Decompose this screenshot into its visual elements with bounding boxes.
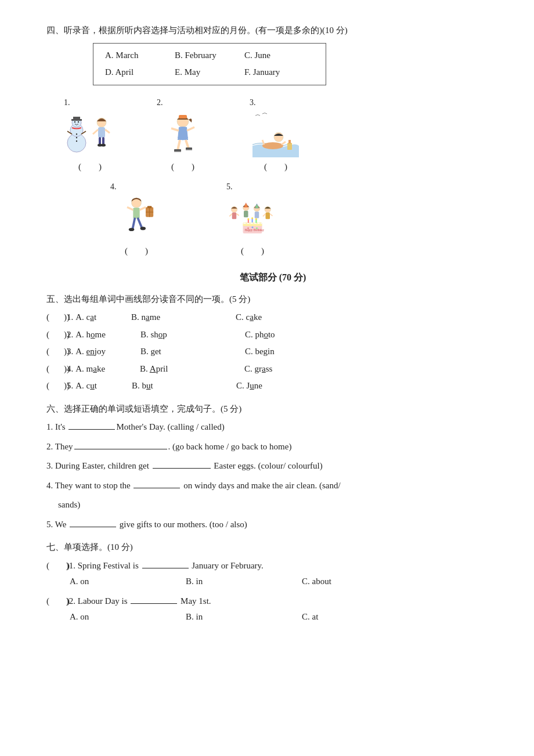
img-illus-3: [250, 111, 302, 157]
underline: a: [90, 312, 94, 322]
img-item-4: 4.: [110, 180, 163, 258]
blank: [134, 488, 180, 488]
section5-item5: ( ) )5. A. cut B. but C. June: [46, 379, 499, 394]
option-c-text: C. photo: [245, 327, 275, 343]
section4: 四、听录音，根据所听内容选择与活动相对应的月份。(有一项是多余的)(10 分) …: [46, 23, 499, 259]
option-e: E. May: [175, 64, 244, 81]
svg-line-22: [105, 129, 110, 133]
option-c: C. June: [244, 47, 314, 64]
section5-item2: ( ) )2. A. home B. shop C. photo: [46, 327, 499, 343]
option-c-text: C. begin: [245, 344, 275, 359]
section6-item2: 2. They. (go back home / go back to home…: [46, 440, 499, 455]
answer-blank-5: ( ): [241, 244, 264, 259]
underline: A: [150, 364, 156, 373]
answer-blank-1: ( ): [78, 160, 102, 175]
answer-blank-4: ( ): [125, 244, 148, 259]
svg-text:Happy Birthday: Happy Birthday: [245, 228, 265, 232]
svg-line-35: [262, 140, 264, 145]
section7-title: 七、单项选择。(10 分): [46, 540, 499, 555]
svg-line-53: [229, 214, 232, 217]
svg-point-72: [255, 218, 257, 220]
option-c: C. about: [302, 574, 418, 589]
option-f: F. January: [244, 64, 314, 81]
svg-point-9: [77, 124, 78, 125]
section7-item2: ( ) )2. Labour Day is May 1st. A. on B. …: [46, 594, 499, 625]
item-num: )4.: [64, 362, 73, 377]
svg-rect-59: [255, 211, 259, 218]
writing-section-title: 笔试部分 (70 分): [46, 269, 499, 285]
img-item-3: 3.: [250, 96, 302, 174]
section5: 五、选出每组单词中画线部分读音不同的一项。(5 分) ( ) )1. A. ca…: [46, 292, 499, 394]
section6-item1: 1. It's Mother's Day. (calling / called): [46, 420, 499, 435]
section7-stem1: ( ) )1. Spring Festival is January or Fe…: [46, 559, 499, 574]
section5-title: 五、选出每组单词中画线部分读音不同的一项。(5 分): [46, 292, 499, 307]
svg-rect-71: [255, 219, 257, 223]
section6-item5: 5. We give gifts to our mothers. (too / …: [46, 517, 499, 532]
bracket: ( ): [46, 379, 64, 394]
underline: u: [146, 381, 151, 390]
blank: [142, 568, 189, 568]
item-num: )2.: [64, 327, 73, 343]
svg-point-43: [129, 228, 134, 232]
img-label-5: 5.: [226, 180, 233, 194]
svg-point-12: [76, 141, 77, 142]
blank: [153, 468, 211, 469]
option-c-text: C. cake: [236, 310, 262, 325]
blank: [131, 603, 177, 604]
option-a: A. on: [70, 610, 186, 625]
svg-line-46: [140, 207, 146, 210]
section4-options-box: A. March B. February C. June D. April E.…: [93, 43, 326, 85]
svg-rect-37: [287, 143, 292, 150]
img-illus-4: [110, 195, 163, 242]
img-illus-5: Happy Birthday: [226, 195, 279, 242]
option-a-text: A. home: [75, 327, 106, 343]
option-b-text: B. shop: [140, 327, 245, 343]
svg-line-21: [93, 129, 98, 134]
option-b-text: B. but: [132, 379, 236, 394]
option-a: A. on: [70, 574, 186, 589]
underline: u: [90, 381, 95, 390]
img-label-4: 4.: [110, 180, 117, 194]
svg-line-54: [236, 214, 239, 215]
underline: a: [262, 364, 266, 373]
item-num: )2.: [66, 596, 75, 606]
bracket: ( ): [46, 594, 64, 609]
section6-item4: 4. They want to stop the on windy days a…: [46, 478, 499, 494]
image-row1: 1.: [64, 96, 499, 174]
underline: en: [86, 347, 95, 356]
blank: [68, 429, 115, 430]
svg-rect-62: [266, 213, 270, 219]
svg-line-36: [282, 142, 286, 145]
section4-title: 四、听录音，根据所听内容选择与活动相对应的月份。(有一项是多余的)(10 分): [46, 23, 499, 38]
svg-rect-69: [252, 218, 253, 222]
svg-point-34: [262, 142, 283, 149]
img-item-2: 2.: [157, 96, 209, 174]
answer-blank-2: ( ): [171, 160, 194, 175]
underline: a: [250, 312, 254, 322]
svg-point-11: [76, 137, 77, 138]
option-c-text: C. June: [236, 379, 262, 394]
blank: [70, 527, 116, 527]
svg-point-6: [78, 121, 79, 123]
bracket: ( ): [46, 310, 64, 325]
svg-line-42: [138, 219, 142, 228]
underline: o: [158, 330, 163, 339]
section6-title: 六、选择正确的单词或短语填空，完成句子。(5 分): [46, 402, 499, 417]
svg-line-41: [132, 219, 135, 229]
option-d: D. April: [105, 64, 175, 81]
section7-options1: A. on B. in C. about: [70, 574, 499, 589]
item-num: )5.: [64, 379, 73, 394]
img-illus-2: [157, 111, 209, 157]
svg-line-31: [171, 128, 179, 131]
section5-item3: ( ) )3. A. enjoy B. get C. begin: [46, 344, 499, 359]
svg-point-10: [76, 134, 77, 135]
option-a-text: A. cut: [75, 379, 97, 394]
option-c: C. at: [302, 610, 418, 625]
img-item-1: 1.: [64, 96, 116, 174]
section6: 六、选择正确的单词或短语填空，完成句子。(5 分) 1. It's Mother…: [46, 402, 499, 532]
svg-line-45: [127, 207, 133, 210]
section6-item4-cont: sands): [58, 498, 499, 513]
img-label-1: 1.: [64, 96, 70, 110]
svg-point-5: [74, 121, 75, 123]
option-a-text: A. make: [75, 362, 105, 377]
